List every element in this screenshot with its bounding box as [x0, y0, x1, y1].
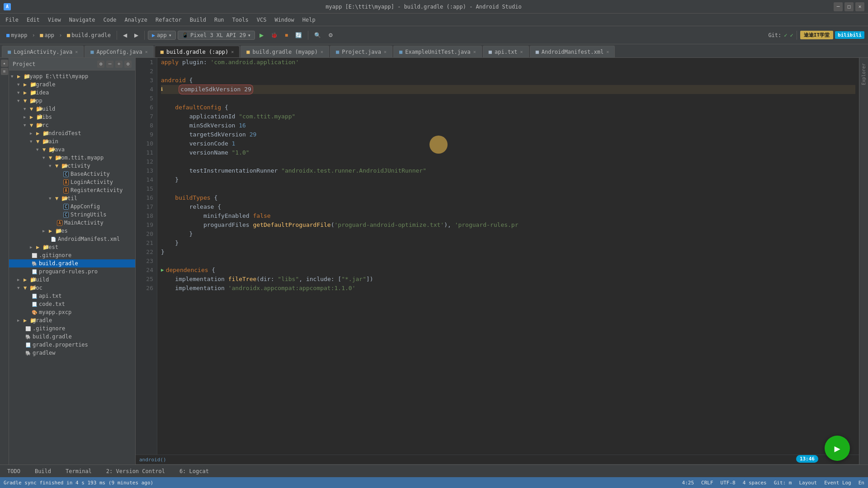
- sync-button[interactable]: 🔄: [292, 29, 305, 42]
- tab-build-gradle--myapp-[interactable]: ■build.gradle (myapp)✕: [241, 46, 329, 57]
- menu-item-edit[interactable]: Edit: [23, 15, 43, 24]
- tab-build-gradle---app-[interactable]: ■build.gradle (:app)✕: [155, 46, 240, 57]
- code-line-14: }: [161, 175, 855, 184]
- tree-item-build-gradle[interactable]: 🐘build.gradle: [9, 259, 135, 267]
- bottom-tab-todo[interactable]: TODO: [4, 466, 24, 476]
- tree-item-build[interactable]: ▼▼ 📂build: [9, 105, 135, 113]
- tree-item-androidtest[interactable]: ▶▶ 📁androidTest: [9, 129, 135, 137]
- tree-item-test[interactable]: ▶▶ 📁test: [9, 243, 135, 251]
- module-breadcrumb[interactable]: ■ app: [37, 29, 57, 42]
- menu-item-refactor[interactable]: Refactor: [152, 15, 185, 24]
- menu-item-tools[interactable]: Tools: [229, 15, 252, 24]
- tree-item-activity[interactable]: ▼▼ 📂activity: [9, 162, 135, 170]
- file-breadcrumb[interactable]: ■ build.gradle: [64, 29, 113, 42]
- search-everywhere-button[interactable]: 🔍: [311, 29, 324, 42]
- stop-button[interactable]: ■: [282, 29, 291, 42]
- forward-button[interactable]: ▶: [132, 29, 141, 42]
- tree-item-myapp-pxcp[interactable]: 🎨myapp.pxcp: [9, 308, 135, 316]
- tree-item-app[interactable]: ▼▼ 📂app: [9, 97, 135, 105]
- tree-item-baseactivity[interactable]: CBaseActivity: [9, 170, 135, 178]
- tree-item-proguard-rules-pro[interactable]: 📃proguard-rules.pro: [9, 267, 135, 276]
- tree-item-src[interactable]: ▼▼ 📂src: [9, 121, 135, 129]
- menu-item-build[interactable]: Build: [186, 15, 210, 24]
- favorites-button[interactable]: ★: [1, 60, 8, 67]
- tree-item-appconfig[interactable]: CAppConfig: [9, 202, 135, 211]
- tree-item-stringutils[interactable]: CStringUtils: [9, 211, 135, 219]
- tree-item-gradle-properties[interactable]: 📃gradle.properties: [9, 341, 135, 349]
- tree-item-doc[interactable]: ▼▼ 📂doc: [9, 284, 135, 292]
- right-sidebar: Explorer: [859, 58, 868, 465]
- menu-item-window[interactable]: Window: [271, 15, 297, 24]
- tree-item-util[interactable]: ▼▼ 📂util: [9, 194, 135, 202]
- keyword: defaultConfig: [175, 103, 221, 112]
- maximize-button[interactable]: □: [844, 2, 854, 11]
- tab-loginactivity-java[interactable]: ■LoginActivity.java✕: [2, 46, 84, 57]
- menu-item-view[interactable]: View: [44, 15, 65, 24]
- tab-androidmanifest-xml[interactable]: ■AndroidManifest.xml✕: [530, 46, 615, 57]
- tab-appconfig-java[interactable]: ■AppConfig.java✕: [85, 46, 153, 57]
- menu-item-analyze[interactable]: Analyze: [121, 15, 151, 24]
- gear-icon[interactable]: ⚙: [124, 61, 132, 68]
- tab-api-txt[interactable]: ■api.txt✕: [483, 46, 529, 57]
- tree-item-code-txt[interactable]: 📃code.txt: [9, 300, 135, 308]
- menu-item-run[interactable]: Run: [211, 15, 228, 24]
- tree-item-main[interactable]: ▼▼ 📂main: [9, 137, 135, 145]
- explorer-label[interactable]: Explorer: [861, 63, 866, 85]
- project-breadcrumb[interactable]: ■ myapp: [4, 29, 30, 42]
- bottom-tab-terminal[interactable]: Terminal: [62, 466, 95, 476]
- close-button[interactable]: ✕: [855, 2, 864, 11]
- tree-item--idea[interactable]: ▼▶ 📁.idea: [9, 89, 135, 97]
- tree-item-com-ttit-myapp[interactable]: ▼▼ 📂com.ttit.myapp: [9, 154, 135, 162]
- tree-item--gitignore[interactable]: ⬜.gitignore: [9, 251, 135, 259]
- code-line-15: [161, 184, 855, 193]
- tree-item--gradle[interactable]: ▼▶ 📁.gradle: [9, 80, 135, 89]
- bottom-tab-build[interactable]: Build: [31, 466, 55, 476]
- menu-item-file[interactable]: File: [2, 15, 22, 24]
- structure-button[interactable]: ≡: [1, 68, 8, 75]
- tree-item-api-txt[interactable]: 📃api.txt: [9, 292, 135, 300]
- tree-item-res[interactable]: ▶▶ 📁res: [9, 227, 135, 235]
- debug-button[interactable]: 🐞: [268, 29, 280, 42]
- video-button[interactable]: ▶: [825, 436, 850, 461]
- tree-item-myapp-e--ttit-myapp[interactable]: ▼▶ 📁myapp E:\ttit\myapp: [9, 72, 135, 80]
- tree-item-build[interactable]: ▶▶ 📁build: [9, 276, 135, 284]
- code-line-22: }: [161, 248, 855, 257]
- tree-item-java[interactable]: ▼▼ 📂java: [9, 145, 135, 154]
- tree-item-registeractivity[interactable]: ARegisterActivity: [9, 186, 135, 194]
- tab-exampleunittest-java[interactable]: ■ExampleUnitTest.java✕: [393, 46, 482, 57]
- back-button[interactable]: ◀: [120, 29, 130, 42]
- code-editor[interactable]: 1234567891011121314151617181920212223242…: [136, 58, 859, 465]
- tab-project-java[interactable]: ■Project.java✕: [330, 46, 392, 57]
- bottom-panel: TODOBuildTerminal2: Version Control6: Lo…: [0, 465, 868, 477]
- tree-item-mainactivity[interactable]: AMainActivity: [9, 219, 135, 227]
- bottom-tab-6--logcat[interactable]: 6: Logcat: [176, 466, 212, 476]
- code-content[interactable]: apply plugin: 'com.android.application'a…: [157, 58, 859, 455]
- collapse-button[interactable]: ─: [106, 61, 113, 68]
- device-dropdown[interactable]: 📱 Pixel 3 XL API 29 ▾: [178, 31, 255, 40]
- settings-button[interactable]: ⚙: [326, 29, 336, 42]
- menu-item-code[interactable]: Code: [100, 15, 120, 24]
- plain-text: [161, 130, 189, 139]
- tree-item-gradle[interactable]: ▶▶ 📁gradle: [9, 316, 135, 324]
- gradle-key: implementation: [175, 284, 225, 293]
- minimize-button[interactable]: ─: [834, 2, 843, 11]
- plain-text: [235, 112, 239, 121]
- menu-item-vcs[interactable]: VCS: [253, 15, 270, 24]
- run-config-dropdown[interactable]: ▶ app ▾: [148, 31, 176, 40]
- string: "*.jar": [341, 275, 366, 284]
- menu-item-navigate[interactable]: Navigate: [66, 15, 99, 24]
- tree-item-libs[interactable]: ▶▶ 📁libs: [9, 113, 135, 121]
- tree-item--gitignore[interactable]: ⬜.gitignore: [9, 324, 135, 333]
- line-number-15: 15: [137, 184, 153, 193]
- tree-item-build-gradle[interactable]: 🐘build.gradle: [9, 333, 135, 341]
- expand-button[interactable]: +: [115, 61, 123, 68]
- menu-item-help[interactable]: Help: [299, 15, 319, 24]
- tree-item-gradlew[interactable]: 🐘gradlew: [9, 349, 135, 357]
- bottom-tab-2--version-control[interactable]: 2: Version Control: [103, 466, 169, 476]
- code-line-5: [161, 94, 855, 103]
- line-number-20: 20: [137, 230, 153, 239]
- tree-item-androidmanifest-xml[interactable]: 📄AndroidManifest.xml: [9, 235, 135, 243]
- tree-item-loginactivity[interactable]: ALoginActivity: [9, 178, 135, 186]
- project-settings-button[interactable]: ⚙: [97, 61, 104, 68]
- run-button[interactable]: ▶: [257, 29, 266, 42]
